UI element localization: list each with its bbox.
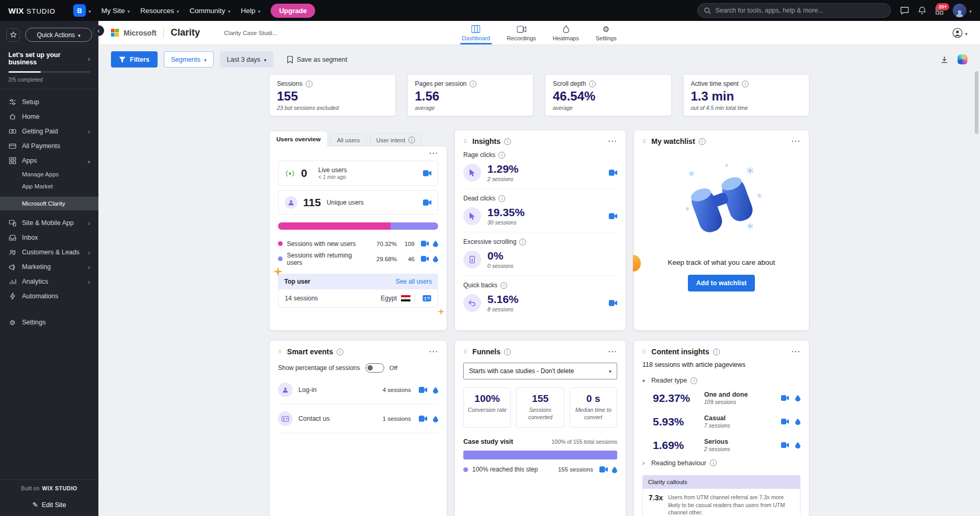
save-as-segment-button[interactable]: Save as segment: [287, 56, 348, 63]
menu-community[interactable]: Community: [190, 7, 230, 15]
sidebar-item-microsoft-clarity[interactable]: Microsoft Clarity: [0, 197, 98, 210]
sidebar-item-app-market[interactable]: App Market: [0, 180, 98, 192]
heatmap-icon[interactable]: [612, 466, 617, 473]
quick-actions-button[interactable]: Quick Actions: [25, 28, 92, 42]
sidebar-item-apps[interactable]: Apps: [0, 153, 98, 168]
wix-studio-logo[interactable]: WIX STUDIO: [8, 6, 55, 15]
favorites-star-button[interactable]: [6, 28, 20, 42]
tab-dashboard[interactable]: Dashboard: [460, 21, 492, 44]
vertical-scrollbar[interactable]: [975, 71, 978, 134]
setup-business-banner[interactable]: Let's set up your business 2/5 completed: [0, 47, 98, 89]
account-avatar[interactable]: [953, 4, 972, 17]
date-range-dropdown[interactable]: Last 3 days: [220, 51, 273, 68]
notifications-bell-icon[interactable]: [918, 6, 926, 15]
drag-handle-icon[interactable]: [642, 139, 647, 144]
recordings-icon[interactable]: [423, 170, 431, 176]
tab-heatmaps[interactable]: Heatmaps: [551, 21, 581, 44]
card-menu-button[interactable]: [429, 153, 438, 161]
add-to-watchlist-button[interactable]: Add to watchlist: [688, 275, 755, 291]
site-selector[interactable]: B: [73, 4, 91, 17]
sidebar-item-inbox[interactable]: Inbox: [0, 230, 98, 245]
recordings-icon[interactable]: [423, 199, 431, 206]
recordings-icon[interactable]: [421, 241, 429, 246]
heatmap-icon[interactable]: [433, 387, 438, 394]
info-icon[interactable]: [589, 81, 596, 87]
drag-handle-icon[interactable]: [278, 349, 282, 355]
recordings-icon[interactable]: [419, 387, 427, 393]
recordings-icon[interactable]: [609, 213, 617, 219]
info-icon[interactable]: [306, 81, 313, 87]
drag-handle-icon[interactable]: [642, 349, 647, 355]
info-icon[interactable]: [337, 349, 343, 355]
recordings-icon[interactable]: [599, 466, 608, 473]
sidebar-item-setup[interactable]: Setup: [0, 95, 98, 109]
tab-all-users[interactable]: All users: [330, 133, 366, 147]
drag-handle-icon[interactable]: [463, 139, 467, 144]
info-icon[interactable]: [470, 81, 476, 87]
upgrade-button[interactable]: Upgrade: [271, 4, 315, 18]
recordings-icon[interactable]: [781, 419, 789, 424]
tab-settings[interactable]: Settings: [594, 21, 618, 44]
menu-resources[interactable]: Resources: [140, 7, 179, 15]
filters-button[interactable]: Filters: [111, 51, 158, 68]
heatmap-icon[interactable]: [795, 418, 800, 425]
edit-site-button[interactable]: Edit Site: [0, 496, 98, 516]
info-icon[interactable]: [504, 349, 511, 355]
recordings-icon[interactable]: [419, 416, 427, 422]
chat-icon[interactable]: [900, 7, 909, 15]
reading-behaviour-section-toggle[interactable]: Reading behaviour: [642, 457, 800, 469]
info-icon[interactable]: [498, 152, 505, 159]
sidebar-item-all-payments[interactable]: All Payments: [0, 139, 98, 153]
info-icon[interactable]: [498, 195, 505, 202]
info-icon[interactable]: [710, 459, 717, 466]
user-id-card-icon[interactable]: [422, 295, 431, 301]
tab-recordings[interactable]: Recordings: [505, 21, 538, 44]
sidebar-item-site-mobile-app[interactable]: Site & Mobile App: [0, 216, 98, 230]
tab-users-overview[interactable]: Users overview: [270, 131, 327, 147]
menu-help[interactable]: Help: [241, 7, 260, 15]
segments-dropdown[interactable]: Segments: [164, 51, 214, 68]
recordings-icon[interactable]: [421, 256, 429, 262]
funnel-selector-dropdown[interactable]: Starts with case studies - Don't delete: [463, 363, 617, 379]
recordings-icon[interactable]: [781, 395, 789, 401]
global-search[interactable]: [697, 3, 891, 18]
heatmap-icon[interactable]: [433, 416, 438, 422]
copilot-icon[interactable]: [957, 54, 967, 64]
info-icon[interactable]: [408, 137, 415, 143]
sidebar-item-analytics[interactable]: Analytics: [0, 274, 98, 289]
percentage-toggle[interactable]: [365, 363, 384, 373]
heatmap-icon[interactable]: [433, 255, 438, 262]
info-icon[interactable]: [691, 377, 697, 384]
sidebar-item-automations[interactable]: Automations: [0, 289, 98, 304]
updates-grid-icon[interactable]: 20+: [936, 7, 943, 15]
see-all-users-link[interactable]: See all users: [396, 278, 432, 285]
sidebar-item-getting-paid[interactable]: Getting Paid: [0, 124, 98, 139]
sidebar-item-settings[interactable]: Settings: [0, 315, 98, 330]
sidebar-item-marketing[interactable]: Marketing: [0, 260, 98, 274]
download-icon[interactable]: [941, 56, 948, 63]
clarity-account-menu[interactable]: [952, 28, 967, 38]
info-icon[interactable]: [742, 81, 749, 87]
info-icon[interactable]: [713, 349, 720, 355]
recordings-icon[interactable]: [781, 442, 789, 448]
menu-my-site[interactable]: My Site: [102, 7, 130, 15]
search-input[interactable]: [715, 7, 884, 14]
megaphone-icon: [8, 263, 16, 271]
info-icon[interactable]: [699, 138, 706, 145]
sidebar-item-customers-leads[interactable]: Customers & Leads: [0, 245, 98, 260]
rec​ordings-icon[interactable]: [609, 170, 617, 176]
sidebar-item-home[interactable]: Home: [0, 109, 98, 124]
reader-type-section-toggle[interactable]: Reader type: [642, 375, 800, 386]
recordings-icon[interactable]: [609, 300, 617, 306]
info-icon[interactable]: [500, 282, 507, 289]
heatmap-icon[interactable]: [433, 240, 438, 247]
heatmap-icon[interactable]: [795, 442, 800, 448]
sidebar-item-manage-apps[interactable]: Manage Apps: [0, 168, 98, 180]
info-icon[interactable]: [504, 138, 511, 145]
sidebar-collapse-button[interactable]: [93, 25, 104, 36]
tab-user-intent[interactable]: User intent: [370, 133, 422, 147]
heatmap-icon[interactable]: [795, 395, 800, 401]
info-icon[interactable]: [519, 239, 526, 245]
project-name[interactable]: Clarity Case Studi...: [224, 30, 277, 36]
drag-handle-icon[interactable]: [463, 349, 467, 355]
